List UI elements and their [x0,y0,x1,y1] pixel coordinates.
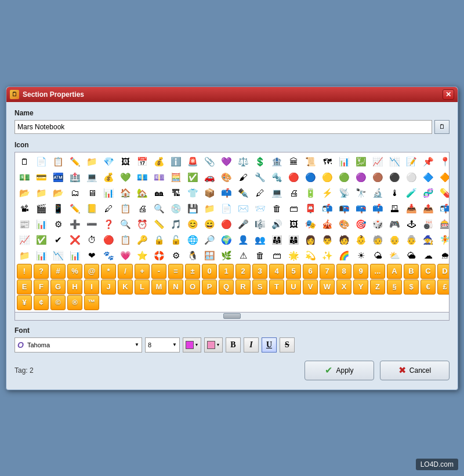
icon-cell[interactable]: 🚨 [185,154,200,169]
icon-cell[interactable]: 📋 [50,154,66,169]
orange-char-button[interactable]: O [185,279,200,295]
orange-char-button[interactable]: 8 [336,264,351,279]
icon-cell[interactable]: 📰 [17,217,32,232]
orange-char-button[interactable]: ! [17,264,32,279]
orange-char-button[interactable]: @ [84,264,99,279]
icon-cell[interactable]: 🔶 [437,170,449,185]
icon-cell[interactable]: 🔴 [101,232,116,248]
icon-cell[interactable]: 🧬 [420,186,436,201]
icon-cell[interactable]: 💰 [151,154,166,169]
icon-cell[interactable]: 👨‍👩‍👦 [286,232,301,248]
foreground-color-btn[interactable]: ▼ [183,337,201,353]
orange-char-button[interactable]: ? [34,264,49,279]
icon-cell[interactable]: 💶 [135,170,150,185]
icon-cell[interactable]: 🌡 [387,186,402,201]
orange-char-button[interactable]: ¥ [17,295,32,310]
icon-cell[interactable]: 📫 [370,201,385,216]
icon-cell[interactable]: 🗂 [67,186,82,201]
icon-cell[interactable]: ✏️ [67,154,82,169]
orange-char-button[interactable]: 3 [252,264,267,279]
icon-cell[interactable]: 🟡 [320,170,335,185]
icon-cell[interactable]: 💎 [101,154,116,169]
orange-char-button[interactable]: # [50,264,66,279]
orange-char-button[interactable]: £ [437,279,449,295]
scrollbar[interactable] [14,313,449,321]
icon-cell[interactable]: ☁ [420,248,436,263]
icon-cell[interactable]: ⚪ [404,170,419,185]
icon-cell[interactable]: 👕 [185,186,200,201]
icon-cell[interactable]: 🔍 [151,201,166,216]
icon-cell[interactable]: 😄 [202,217,217,232]
icon-cell[interactable]: 🗑 [252,248,267,263]
icon-cell[interactable]: ❤ [84,248,99,263]
icon-cell[interactable]: 👶 [353,232,368,248]
icon-cell[interactable]: ⛅ [387,248,402,263]
icon-cell[interactable]: ⚙ [50,217,66,232]
icon-cell[interactable]: 📄 [219,201,234,216]
icon-cell[interactable]: 📝 [404,154,419,169]
orange-char-button[interactable]: ® [67,295,82,310]
orange-char-button[interactable]: % [67,264,82,279]
orange-char-button[interactable]: 9 [353,264,368,279]
icon-cell[interactable]: ✏️ [67,201,82,216]
icon-cell[interactable]: 🎯 [353,217,368,232]
apply-button[interactable]: ✔ Apply [304,361,374,380]
icon-cell[interactable]: 🌤 [370,248,385,263]
icon-cell[interactable]: 💫 [303,248,318,263]
icon-cell[interactable]: 📊 [34,248,49,263]
icon-cell[interactable]: 🔧 [252,170,267,185]
icon-cell[interactable]: 🏥 [67,170,82,185]
icon-cell[interactable]: 💿 [168,201,183,216]
icon-cell[interactable]: 🎳 [420,217,436,232]
icon-cell[interactable]: 📂 [17,186,32,201]
orange-char-button[interactable]: S [252,279,267,295]
close-button[interactable]: ✕ [443,89,454,100]
orange-char-button[interactable]: 0 [202,264,217,279]
icon-cell[interactable]: ⭐ [135,248,150,263]
orange-char-button[interactable]: F [34,279,49,295]
icon-cell[interactable]: 📱 [50,201,66,216]
icon-cell[interactable]: 📊 [67,248,82,263]
icon-cell[interactable]: 🔊 [269,217,284,232]
orange-char-button[interactable]: * [101,264,116,279]
icon-cell[interactable]: 📎 [202,154,217,169]
icon-cell[interactable]: ✒️ [235,186,251,201]
icon-cell[interactable]: 🕹 [404,217,419,232]
icon-cell[interactable]: 🌈 [336,248,351,263]
icon-cell[interactable]: 🐧 [185,248,200,263]
icon-cell[interactable]: 🏧 [50,170,66,185]
orange-char-button[interactable]: © [50,295,66,310]
orange-char-button[interactable]: E [17,279,32,295]
icon-cell[interactable]: 🎮 [387,217,402,232]
icon-cell[interactable]: 📥 [404,201,419,216]
icon-cell[interactable]: 📫 [219,186,234,201]
orange-char-button[interactable]: M [151,279,166,295]
icon-cell[interactable]: 🔴 [286,170,301,185]
icon-cell[interactable]: 🖨 [135,201,150,216]
orange-char-button[interactable]: D [437,264,449,279]
icon-cell[interactable]: 🎪 [320,217,335,232]
icon-cell[interactable]: 💵 [17,170,32,185]
orange-char-button[interactable]: € [420,279,436,295]
icon-cell[interactable]: 🌍 [219,232,234,248]
icon-cell[interactable]: ❌ [67,232,82,248]
icon-cell[interactable]: 🚗 [202,170,217,185]
icon-cell[interactable]: 💰 [101,170,116,185]
icon-cell[interactable]: 🎤 [235,217,251,232]
orange-char-button[interactable]: B [404,264,419,279]
icon-cell[interactable]: 👵 [404,232,419,248]
icon-cell[interactable]: 🎭 [303,217,318,232]
icon-cell[interactable]: 🧪 [404,186,419,201]
orange-char-button[interactable]: ¢ [34,295,49,310]
orange-char-button[interactable]: $ [404,279,419,295]
font-family-select[interactable]: O Tahoma ▼ [14,337,142,353]
orange-char-button[interactable]: H [67,279,82,295]
icon-cell[interactable]: 📬 [437,201,449,216]
icon-cell[interactable]: 🧑 [336,232,351,248]
orange-char-button[interactable]: ™ [84,295,99,310]
icon-cell[interactable]: 📌 [420,154,436,169]
icon-cell[interactable]: 🔩 [269,170,284,185]
icon-cell[interactable]: ⚫ [387,170,402,185]
orange-char-button[interactable]: C [420,264,436,279]
icon-cell[interactable]: 💚 [118,170,133,185]
